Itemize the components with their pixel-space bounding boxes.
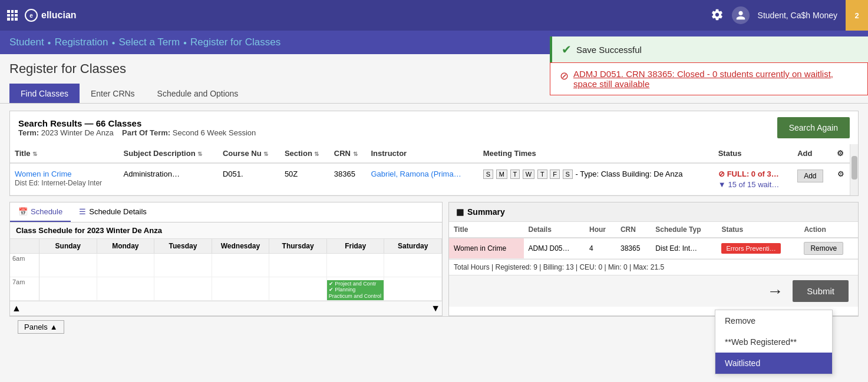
submit-button[interactable]: Submit <box>793 280 849 302</box>
calendar-event[interactable]: ✔ Project and Contr ✔ PlanningPracticum … <box>327 280 384 300</box>
top-nav: e ellucian Student, Ca$h Money 2 <box>0 0 868 31</box>
panels-label: Panels <box>24 323 48 331</box>
tab-schedule-details[interactable]: ☰ Schedule Details <box>71 202 155 222</box>
col-gear[interactable]: ⚙ <box>832 144 850 163</box>
sum-col-status: Status <box>717 222 799 238</box>
sum-row-details: ADMJ D05… <box>524 238 585 259</box>
day-f: F <box>550 170 560 179</box>
full-text: FULL: 0 of 3… <box>727 170 779 178</box>
list-icon: ☰ <box>79 207 86 216</box>
cell-wed-6 <box>212 254 270 277</box>
cell-fri-6 <box>327 254 385 277</box>
cell-thu-7 <box>269 277 327 301</box>
grid-menu-icon[interactable] <box>7 10 18 21</box>
row-meeting: S M T W T F S - Type: Class Building: De… <box>478 163 714 195</box>
calendar-icon: 📅 <box>18 207 28 216</box>
wait-text: 15 of 15 wait… <box>728 180 780 189</box>
scroll-down-button[interactable]: ▼ <box>431 303 440 314</box>
cell-mon-7 <box>97 277 155 301</box>
meeting-note: - Type: Class Building: De Anza <box>576 170 683 178</box>
col-course[interactable]: Course Nu ⇅ <box>218 144 280 163</box>
search-results-header: Search Results — 66 Classes Term: 2023 W… <box>10 111 858 144</box>
calendar-row-6am: 6am <box>10 254 442 277</box>
cell-sun-7 <box>39 277 97 301</box>
event-check-1: ✔ <box>329 281 334 287</box>
breadcrumb-registration[interactable]: Registration <box>55 36 108 48</box>
breadcrumb-sep-1: ● <box>48 39 51 46</box>
sum-col-sched-type: Schedule Typ <box>651 222 717 238</box>
scroll-up-button[interactable]: ▲ <box>12 303 21 314</box>
dropdown-waitlisted[interactable]: Waitlisted <box>715 353 832 374</box>
success-notification: ✔ Save Successful <box>550 36 868 62</box>
day-monday: Monday <box>97 239 155 253</box>
col-subject[interactable]: Subject Description ⇅ <box>119 144 218 163</box>
row-add: Add <box>793 163 832 195</box>
day-s2: S <box>563 170 573 179</box>
tab-schedule[interactable]: 📅 Schedule <box>10 202 71 222</box>
col-section[interactable]: Section ⇅ <box>280 144 329 163</box>
day-t1: T <box>510 170 520 179</box>
add-button[interactable]: Add <box>797 170 823 182</box>
panels-button[interactable]: Panels ▲ <box>18 320 64 334</box>
row-course-num: D051. <box>218 163 280 195</box>
schedule-tab-label: Schedule <box>31 207 62 216</box>
sum-col-crn: CRN <box>616 222 651 238</box>
instructor-link[interactable]: Gabriel, Ramona (Prima… <box>371 170 461 178</box>
day-friday: Friday <box>327 239 385 253</box>
table-row: Women in Crime Dist Ed: Internet-Delay I… <box>10 163 850 195</box>
day-sunday: Sunday <box>39 239 97 253</box>
schedule-title: Class Schedule for 2023 Winter De Anza <box>10 222 442 239</box>
logo-circle-icon: e <box>25 9 38 22</box>
settings-button[interactable] <box>711 8 724 23</box>
row-title-cell: Women in Crime Dist Ed: Internet-Delay I… <box>10 163 119 195</box>
user-avatar[interactable] <box>732 6 750 24</box>
table-scrollbar[interactable] <box>850 144 858 195</box>
tab-schedule-options[interactable]: Schedule and Options <box>146 84 250 103</box>
row-subject: Administration… <box>119 163 218 195</box>
breadcrumb-student[interactable]: Student <box>9 36 44 48</box>
tab-find-classes[interactable]: Find Classes <box>9 84 80 103</box>
sum-row-status: Errors Preventi… <box>717 238 799 259</box>
cell-fri-7[interactable]: ✔ Project and Contr ✔ PlanningPracticum … <box>327 277 385 301</box>
calendar-row-7am: 7am ✔ Project and Contr ✔ PlanningPracti… <box>10 277 442 301</box>
schedule-panel: 📅 Schedule ☰ Schedule Details Class Sche… <box>9 202 443 316</box>
course-title-link[interactable]: Women in Crime <box>15 170 72 178</box>
check-icon: ✔ <box>562 42 572 57</box>
cell-tue-6 <box>154 254 212 277</box>
search-results-heading: Search Results — 66 Classes <box>18 118 256 128</box>
sum-col-details: Details <box>524 222 585 238</box>
search-results-info: Search Results — 66 Classes Term: 2023 W… <box>18 118 256 137</box>
col-meeting: Meeting Times <box>478 144 714 163</box>
summary-panel: ▦ Summary Title Details Hour CRN Schedul… <box>448 202 859 316</box>
row-gear[interactable]: ⚙ <box>832 163 850 195</box>
breadcrumb-select-term[interactable]: Select a Term <box>118 36 180 48</box>
summary-table: Title Details Hour CRN Schedule Typ Stat… <box>449 222 858 259</box>
breadcrumb-register[interactable]: Register for Classes <box>190 36 280 48</box>
search-results-panel: Search Results — 66 Classes Term: 2023 W… <box>9 111 859 196</box>
schedule-details-tab-label: Schedule Details <box>89 207 147 216</box>
notification-badge[interactable]: 2 <box>846 0 868 31</box>
submit-area: → Submit <box>449 275 858 307</box>
part-value: Second 6 Week Session <box>173 128 256 137</box>
sum-col-title: Title <box>449 222 524 238</box>
full-icon: ⊘ <box>718 170 725 178</box>
error-link[interactable]: ADMJ D051. CRN 38365: Closed - 0 student… <box>573 69 858 89</box>
col-crn[interactable]: CRN ⇅ <box>329 144 367 163</box>
tab-enter-crns[interactable]: Enter CRNs <box>80 84 146 103</box>
cell-sat-6 <box>384 254 442 277</box>
day-t2: T <box>537 170 547 179</box>
sum-row-sched-type: Dist Ed: Int… <box>651 238 717 259</box>
col-title[interactable]: Title ⇅ <box>10 144 119 163</box>
errors-prevent-button[interactable]: Errors Preventi… <box>721 243 780 254</box>
breadcrumb-sep-2: ● <box>111 39 115 46</box>
summary-remove-button[interactable]: Remove <box>804 242 843 255</box>
schedule-tabs: 📅 Schedule ☰ Schedule Details <box>10 202 442 222</box>
dropdown-remove[interactable]: Remove <box>715 310 832 331</box>
calendar-header: Sunday Monday Tuesday Wednesday Thursday… <box>10 239 442 254</box>
search-again-button[interactable]: Search Again <box>777 117 850 138</box>
time-6am: 6am <box>10 254 39 277</box>
course-subtitle: Dist Ed: Internet-Delay Inter <box>15 179 102 187</box>
total-hours: Total Hours | Registered: 9 | Billing: 1… <box>449 259 858 275</box>
dropdown-web-registered[interactable]: **Web Registered** <box>715 331 832 353</box>
status-full: ⊘ FULL: 0 of 3… <box>718 170 788 178</box>
